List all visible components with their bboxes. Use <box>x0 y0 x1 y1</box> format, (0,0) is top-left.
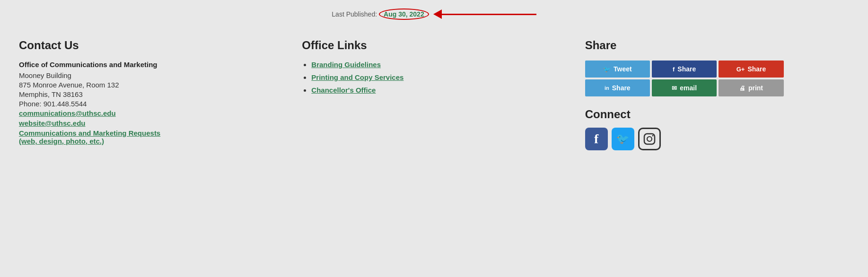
linkedin-share-button[interactable]: in Share <box>585 79 650 96</box>
facebook-social-icon[interactable]: f <box>585 128 608 150</box>
chancellors-office-link[interactable]: Chancellor's Office <box>311 86 376 94</box>
twitter-social-icon[interactable]: 🐦 <box>612 128 634 150</box>
office-name: Office of Communications and Marketing <box>19 61 283 69</box>
instagram-social-icon[interactable] <box>638 128 661 150</box>
address-line1: Mooney Building <box>19 71 283 79</box>
google-share-button[interactable]: G+ Share <box>719 61 783 78</box>
list-item: Printing and Copy Services <box>311 73 566 81</box>
main-content: Contact Us Office of Communications and … <box>0 25 868 169</box>
share-section: Share 🐦 Tweet f Share G+ Share in Share … <box>585 39 849 150</box>
svg-point-2 <box>652 135 653 137</box>
arrow-line <box>442 14 536 15</box>
linkedin-icon: in <box>605 85 609 91</box>
office-links-title: Office Links <box>302 39 566 52</box>
printing-copy-link[interactable]: Printing and Copy Services <box>311 73 403 81</box>
last-published-label: Last Published: <box>332 10 377 18</box>
print-button[interactable]: 🖨 print <box>719 79 783 96</box>
marketing-requests-link[interactable]: Communications and Marketing Requests (w… <box>19 129 283 145</box>
branding-guidelines-link[interactable]: Branding Guidelines <box>311 61 381 69</box>
google-icon: G+ <box>736 66 745 73</box>
facebook-share-button[interactable]: f Share <box>652 61 717 78</box>
facebook-share-label: Share <box>677 65 696 73</box>
tweet-button[interactable]: 🐦 Tweet <box>585 61 650 78</box>
address-line2: 875 Monroe Avenue, Room 132 <box>19 81 283 89</box>
email2-link[interactable]: website@uthsc.edu <box>19 119 283 127</box>
marketing-requests-label: Communications and Marketing Requests <box>19 129 160 137</box>
print-label: print <box>748 84 763 92</box>
svg-point-1 <box>647 137 652 141</box>
print-icon: 🖨 <box>739 85 745 92</box>
twitter-icon: 🐦 <box>603 66 611 73</box>
social-icons: f 🐦 <box>585 128 849 150</box>
arrow-head <box>433 9 442 19</box>
email1-link[interactable]: communications@uthsc.edu <box>19 109 283 117</box>
top-bar: Last Published: Aug 30, 2022 <box>0 0 868 25</box>
arrow-annotation <box>434 9 536 19</box>
connect-title: Connect <box>585 108 849 121</box>
email-share-button[interactable]: ✉ email <box>652 79 717 96</box>
office-links-list: Branding Guidelines Printing and Copy Se… <box>302 61 566 94</box>
email-icon: ✉ <box>672 85 677 92</box>
linkedin-share-label: Share <box>612 84 631 92</box>
share-title: Share <box>585 39 849 52</box>
office-links-section: Office Links Branding Guidelines Printin… <box>302 39 585 150</box>
tweet-label: Tweet <box>614 65 632 73</box>
marketing-requests-sublabel: (web, design, photo, etc.) <box>19 137 104 145</box>
google-share-label: Share <box>747 65 766 73</box>
email-share-label: email <box>680 84 697 92</box>
last-published-date: Aug 30, 2022 <box>379 9 429 20</box>
list-item: Chancellor's Office <box>311 86 566 94</box>
facebook-icon: f <box>673 66 675 73</box>
list-item: Branding Guidelines <box>311 61 566 69</box>
contact-section: Contact Us Office of Communications and … <box>19 39 302 150</box>
share-buttons: 🐦 Tweet f Share G+ Share in Share ✉ emai… <box>585 61 784 96</box>
contact-title: Contact Us <box>19 39 283 52</box>
address-line3: Memphis, TN 38163 <box>19 90 283 98</box>
phone: Phone: 901.448.5544 <box>19 100 283 108</box>
